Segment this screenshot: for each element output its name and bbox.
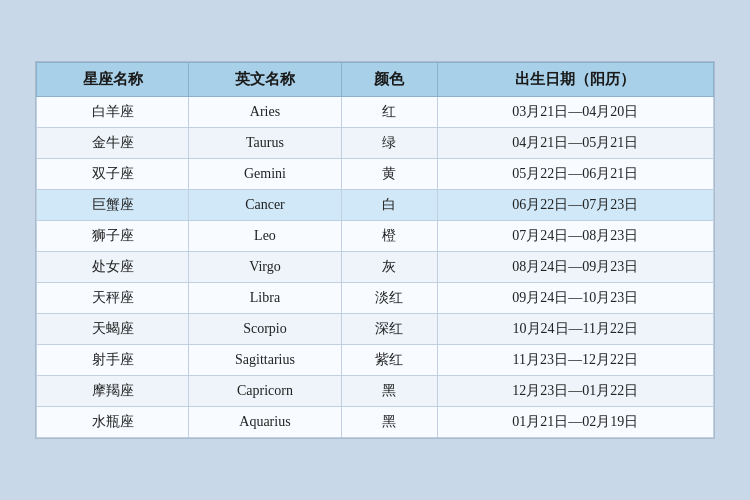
- color-cell: 黑: [341, 407, 437, 438]
- color-cell: 紫红: [341, 345, 437, 376]
- chinese-name-cell: 双子座: [37, 159, 189, 190]
- color-cell: 红: [341, 97, 437, 128]
- color-cell: 黑: [341, 376, 437, 407]
- dates-cell: 11月23日—12月22日: [437, 345, 713, 376]
- english-name-cell: Leo: [189, 221, 341, 252]
- english-name-cell: Sagittarius: [189, 345, 341, 376]
- color-cell: 橙: [341, 221, 437, 252]
- table-row: 金牛座Taurus绿04月21日—05月21日: [37, 128, 714, 159]
- chinese-name-cell: 天蝎座: [37, 314, 189, 345]
- dates-cell: 01月21日—02月19日: [437, 407, 713, 438]
- english-name-cell: Capricorn: [189, 376, 341, 407]
- dates-cell: 07月24日—08月23日: [437, 221, 713, 252]
- dates-cell: 03月21日—04月20日: [437, 97, 713, 128]
- header-chinese-name: 星座名称: [37, 63, 189, 97]
- chinese-name-cell: 金牛座: [37, 128, 189, 159]
- header-dates: 出生日期（阳历）: [437, 63, 713, 97]
- color-cell: 淡红: [341, 283, 437, 314]
- chinese-name-cell: 巨蟹座: [37, 190, 189, 221]
- zodiac-table-container: 星座名称 英文名称 颜色 出生日期（阳历） 白羊座Aries红03月21日—04…: [35, 61, 715, 439]
- english-name-cell: Aquarius: [189, 407, 341, 438]
- english-name-cell: Gemini: [189, 159, 341, 190]
- table-row: 射手座Sagittarius紫红11月23日—12月22日: [37, 345, 714, 376]
- table-row: 巨蟹座Cancer白06月22日—07月23日: [37, 190, 714, 221]
- chinese-name-cell: 水瓶座: [37, 407, 189, 438]
- chinese-name-cell: 摩羯座: [37, 376, 189, 407]
- table-row: 水瓶座Aquarius黑01月21日—02月19日: [37, 407, 714, 438]
- table-row: 天蝎座Scorpio深红10月24日—11月22日: [37, 314, 714, 345]
- color-cell: 白: [341, 190, 437, 221]
- chinese-name-cell: 天秤座: [37, 283, 189, 314]
- english-name-cell: Virgo: [189, 252, 341, 283]
- table-header-row: 星座名称 英文名称 颜色 出生日期（阳历）: [37, 63, 714, 97]
- english-name-cell: Aries: [189, 97, 341, 128]
- header-english-name: 英文名称: [189, 63, 341, 97]
- chinese-name-cell: 射手座: [37, 345, 189, 376]
- table-row: 双子座Gemini黄05月22日—06月21日: [37, 159, 714, 190]
- dates-cell: 05月22日—06月21日: [437, 159, 713, 190]
- table-row: 摩羯座Capricorn黑12月23日—01月22日: [37, 376, 714, 407]
- color-cell: 黄: [341, 159, 437, 190]
- english-name-cell: Cancer: [189, 190, 341, 221]
- english-name-cell: Taurus: [189, 128, 341, 159]
- header-color: 颜色: [341, 63, 437, 97]
- chinese-name-cell: 狮子座: [37, 221, 189, 252]
- english-name-cell: Libra: [189, 283, 341, 314]
- dates-cell: 06月22日—07月23日: [437, 190, 713, 221]
- dates-cell: 08月24日—09月23日: [437, 252, 713, 283]
- chinese-name-cell: 白羊座: [37, 97, 189, 128]
- color-cell: 绿: [341, 128, 437, 159]
- color-cell: 灰: [341, 252, 437, 283]
- table-row: 白羊座Aries红03月21日—04月20日: [37, 97, 714, 128]
- dates-cell: 12月23日—01月22日: [437, 376, 713, 407]
- table-row: 处女座Virgo灰08月24日—09月23日: [37, 252, 714, 283]
- chinese-name-cell: 处女座: [37, 252, 189, 283]
- dates-cell: 04月21日—05月21日: [437, 128, 713, 159]
- table-body: 白羊座Aries红03月21日—04月20日金牛座Taurus绿04月21日—0…: [37, 97, 714, 438]
- english-name-cell: Scorpio: [189, 314, 341, 345]
- zodiac-table: 星座名称 英文名称 颜色 出生日期（阳历） 白羊座Aries红03月21日—04…: [36, 62, 714, 438]
- color-cell: 深红: [341, 314, 437, 345]
- dates-cell: 09月24日—10月23日: [437, 283, 713, 314]
- dates-cell: 10月24日—11月22日: [437, 314, 713, 345]
- table-row: 天秤座Libra淡红09月24日—10月23日: [37, 283, 714, 314]
- table-row: 狮子座Leo橙07月24日—08月23日: [37, 221, 714, 252]
